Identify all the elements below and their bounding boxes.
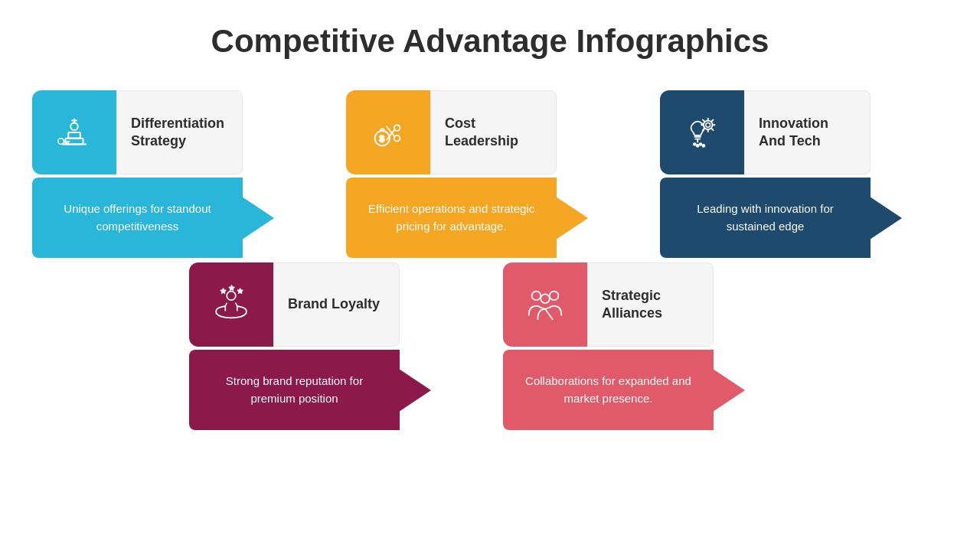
- card3-desc: Leading with innovation for sustained ed…: [660, 178, 871, 258]
- card1-icon-box: [32, 90, 116, 174]
- people-icon: [523, 282, 567, 327]
- card2-desc: Efficient operations and strategic prici…: [346, 178, 557, 258]
- svg-point-29: [694, 143, 696, 145]
- svg-point-31: [700, 143, 702, 145]
- hands-icon: ★ ★ ★: [209, 282, 253, 327]
- card4-desc: Strong brand reputation for premium posi…: [189, 350, 400, 430]
- svg-line-37: [225, 303, 227, 306]
- card1-title: Differentiation Strategy: [131, 115, 228, 151]
- svg-line-22: [703, 120, 704, 122]
- svg-point-41: [541, 294, 550, 303]
- svg-point-39: [532, 292, 541, 301]
- svg-line-24: [712, 120, 714, 122]
- svg-line-42: [541, 308, 545, 309]
- card-innovation: Innovation And Tech Leading with innovat…: [660, 90, 902, 258]
- card2-title-box: Cost Leadership: [430, 90, 557, 174]
- card2-arrow: [556, 197, 588, 240]
- svg-line-38: [236, 303, 237, 306]
- svg-line-23: [712, 129, 714, 130]
- chess-icon: [52, 110, 96, 155]
- svg-point-32: [702, 145, 704, 147]
- svg-point-6: [58, 139, 64, 145]
- card2-title: Cost Leadership: [445, 115, 542, 151]
- card3-arrow: [870, 197, 902, 240]
- svg-point-30: [697, 145, 699, 147]
- card5-icon-box: [503, 262, 587, 347]
- svg-point-40: [550, 292, 559, 301]
- bulb-icon: [680, 110, 724, 155]
- card-differentiation: Differentiation Strategy Unique offering…: [32, 90, 274, 258]
- card5-title-box: Strategic Alliances: [587, 262, 714, 347]
- svg-text:$: $: [379, 133, 384, 143]
- card3-title: Innovation And Tech: [759, 115, 856, 151]
- scissors-icon: $: [366, 110, 410, 155]
- card4-arrow: [399, 369, 431, 412]
- card1-desc: Unique offerings for standout competitiv…: [32, 178, 243, 258]
- card-strategic-alliances: Strategic Alliances Collaborations for e…: [503, 262, 745, 430]
- svg-line-43: [545, 308, 550, 309]
- svg-point-17: [706, 122, 710, 127]
- svg-text:★: ★: [220, 288, 226, 295]
- svg-point-2: [70, 122, 78, 130]
- page-title: Competitive Advantage Infographics: [0, 0, 980, 75]
- card-cost-leadership: $ Cost Leadership Efficient operations a…: [346, 90, 588, 258]
- card5-arrow: [713, 369, 745, 412]
- card3-icon-box: [660, 90, 744, 174]
- svg-rect-1: [68, 132, 80, 139]
- card3-title-box: Innovation And Tech: [744, 90, 871, 174]
- svg-text:★: ★: [229, 285, 234, 292]
- svg-text:★: ★: [237, 288, 243, 295]
- card4-icon-box: ★ ★ ★: [189, 262, 273, 347]
- card5-desc: Collaborations for expanded and market p…: [503, 350, 714, 430]
- svg-point-33: [227, 292, 236, 301]
- infographic-container: Differentiation Strategy Unique offering…: [0, 75, 980, 542]
- card-brand-loyalty: ★ ★ ★ Brand Loyalty Strong brand reputat…: [189, 262, 431, 430]
- card1-arrow: [242, 197, 274, 240]
- card5-title: Strategic Alliances: [602, 287, 699, 323]
- card2-icon-box: $: [346, 90, 430, 174]
- card4-title: Brand Loyalty: [288, 295, 380, 313]
- card4-title-box: Brand Loyalty: [273, 262, 400, 347]
- card1-title-box: Differentiation Strategy: [116, 90, 243, 174]
